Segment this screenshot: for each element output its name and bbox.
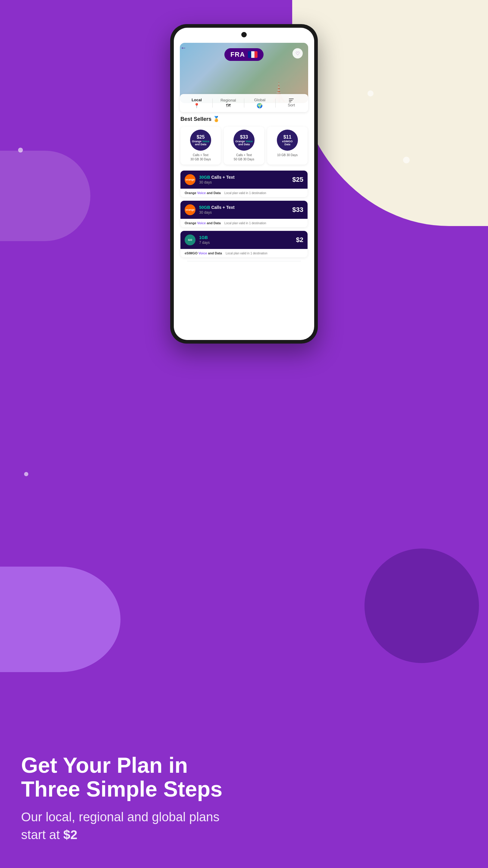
plan-days-1: 30 days	[199, 180, 289, 184]
phone-notch	[241, 32, 247, 37]
plan-data-2: 50GB Calls + Text	[199, 205, 289, 210]
plan-info-1: 30GB Calls + Text 30 days	[199, 175, 289, 184]
tab-bar: Local 📍 Regional 🗺 Global 🌍	[180, 94, 308, 112]
plan-top-1: orange 30GB Calls + Text 30 days $25	[181, 170, 307, 189]
plan-data-3: 1GB	[199, 235, 293, 240]
bottom-price: $2	[63, 828, 77, 842]
tab-regional-label: Regional	[221, 98, 236, 102]
plan-price-1: $25	[292, 176, 303, 184]
tab-local-label: Local	[192, 98, 202, 102]
orange-logo-1: orange	[185, 174, 195, 185]
bs-price-3: $11	[284, 134, 292, 140]
phone-screen: ← FRA ♡ 🗼 Local 📍	[174, 28, 314, 340]
france-flag	[248, 51, 258, 58]
phone-mockup: ← FRA ♡ 🗼 Local 📍	[170, 24, 318, 344]
plan-bottom-3: eSIMGO Voice and Data Local plan valid i…	[181, 249, 307, 257]
bs-brand-3: eSIMGO	[282, 140, 293, 143]
plan-card-3[interactable]: GO 1GB 7 days $2 eSIMGO Voice and Data L…	[181, 231, 307, 257]
sort-label: Sort	[288, 103, 295, 107]
bottom-cta: Get Your Plan inThree Simple Steps Our l…	[0, 735, 488, 868]
plan-price-2: $33	[292, 206, 303, 214]
plans-section: orange 30GB Calls + Text 30 days $25 Ora…	[174, 170, 314, 261]
tab-local[interactable]: Local 📍	[181, 96, 213, 110]
bs-type2-1: and Data	[195, 143, 206, 146]
plan-info-2: 50GB Calls + Text 30 days	[199, 205, 289, 215]
sort-button[interactable]: Sort	[275, 97, 307, 110]
plan-days-3: 7 days	[199, 241, 293, 245]
plan-bottom-1: Orange Voice and Data Local plan valid i…	[181, 189, 307, 197]
tab-regional[interactable]: Regional 🗺	[213, 96, 244, 110]
best-seller-card-2[interactable]: $33 Orange Voice and Data Calls + Text 5…	[224, 127, 264, 164]
plan-price-3: $2	[296, 236, 303, 244]
globe-icon: 🌍	[257, 103, 263, 108]
favorite-button[interactable]: ♡	[293, 48, 303, 59]
orange-logo-2: orange	[185, 204, 195, 215]
bs-badge-1: $25 Orange Voice and Data	[190, 130, 211, 151]
plan-card-1[interactable]: orange 30GB Calls + Text 30 days $25 Ora…	[181, 170, 307, 197]
location-icon: 📍	[194, 103, 200, 108]
esimgo-logo-3: GO	[185, 235, 195, 245]
plan-badge-2: Local plan valid in 1 destination	[224, 221, 266, 225]
country-pill: FRA	[224, 48, 264, 61]
plan-badge-3: Local plan valid in 1 destination	[226, 252, 267, 255]
best-sellers-title: Best Sellers 🏅	[181, 116, 307, 122]
bs-detail-2: Calls + Text 50 GB 30 Days	[226, 153, 262, 161]
tab-global[interactable]: Global 🌍	[244, 96, 275, 110]
sort-icon	[289, 98, 294, 102]
bs-badge-3: $11 eSIMGO Data	[277, 130, 298, 151]
plan-data-1: 30GB Calls + Text	[199, 175, 289, 180]
bs-price-1: $25	[197, 134, 205, 140]
bs-price-2: $33	[240, 134, 248, 140]
best-seller-card-1[interactable]: $25 Orange Voice and Data Calls + Text 3…	[181, 127, 221, 164]
plan-days-2: 30 days	[199, 210, 289, 215]
plan-info-3: 1GB 7 days	[199, 235, 293, 245]
country-code: FRA	[230, 51, 245, 59]
bs-badge-2: $33 Orange Voice and Data	[233, 130, 255, 151]
bs-brand-1: Orange Voice	[192, 140, 209, 143]
plan-provider-1: Orange Voice and Data	[185, 191, 221, 195]
phone-frame: ← FRA ♡ 🗼 Local 📍	[170, 24, 318, 344]
bs-type2-2: and Data	[238, 143, 250, 146]
decorative-dot-4	[24, 472, 28, 476]
map-icon: 🗺	[226, 103, 231, 108]
plan-top-2: orange 50GB Calls + Text 30 days $33	[181, 201, 307, 219]
plan-bottom-2: Orange Voice and Data Local plan valid i…	[181, 219, 307, 227]
decorative-dot-3	[403, 157, 410, 163]
plan-card-2[interactable]: orange 50GB Calls + Text 30 days $33 Ora…	[181, 201, 307, 227]
tab-global-label: Global	[254, 98, 266, 102]
bottom-headline: Get Your Plan inThree Simple Steps	[21, 753, 467, 801]
plan-provider-2: Orange Voice and Data	[185, 221, 221, 225]
bs-detail-3: 10 GB 30 Days	[270, 153, 305, 157]
bottom-subtext: Our local, regional and global plansstar…	[21, 808, 467, 844]
decorative-dot-1	[18, 148, 23, 153]
bs-detail-1: Calls + Text 30 GB 30 Days	[183, 153, 218, 161]
bs-type2-3: Data	[284, 143, 290, 146]
bs-brand-2: Orange Voice	[235, 140, 253, 143]
best-sellers-grid: $25 Orange Voice and Data Calls + Text 3…	[181, 127, 307, 164]
plan-provider-3: eSIMGO Voice and Data	[185, 251, 222, 255]
best-seller-card-3[interactable]: $11 eSIMGO Data 10 GB 30 Days	[267, 127, 307, 164]
plan-top-3: GO 1GB 7 days $2	[181, 231, 307, 249]
decorative-dot-2	[367, 90, 373, 96]
best-sellers-section: Best Sellers 🏅 $25 Orange Voice and Data…	[174, 116, 314, 164]
plan-badge-1: Local plan valid in 1 destination	[224, 191, 266, 195]
back-button[interactable]: ←	[181, 44, 187, 51]
